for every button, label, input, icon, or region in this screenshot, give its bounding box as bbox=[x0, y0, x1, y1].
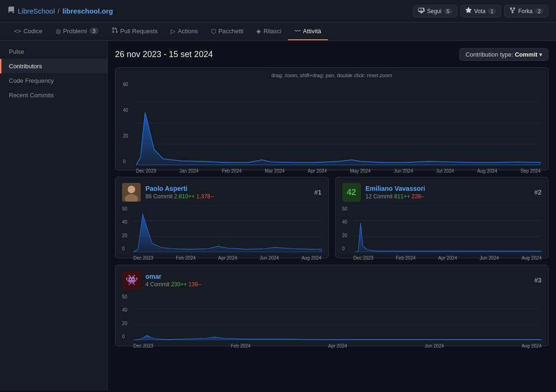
main-x-labels: Dec 2023 Jan 2024 Feb 2024 Mar 2024 Apr … bbox=[136, 168, 541, 174]
tab-attivita[interactable]: 〰 Attività bbox=[288, 23, 328, 40]
contributor-info-1: Paolo Asperti 86 Commit 2.810++ 1.378-- bbox=[122, 183, 214, 202]
contributor-name-1[interactable]: Paolo Asperti bbox=[145, 185, 214, 192]
mini-chart-1: 50 40 20 0 bbox=[122, 205, 322, 252]
contributor-name-3[interactable]: omar bbox=[145, 273, 202, 280]
sidebar-item-pulse[interactable]: Pulse bbox=[0, 44, 107, 59]
fork-count: 2 bbox=[535, 8, 543, 14]
contributor-card-2: 42 Emiliano Vavassori 12 Commit 811++ 22… bbox=[335, 177, 549, 258]
repo-title: LibreSchool / libreschool.org bbox=[7, 7, 113, 16]
tab-pullreq[interactable]: Pull Requests bbox=[105, 22, 164, 40]
star-label: Vota bbox=[474, 8, 485, 15]
sidebar-item-code-frequency[interactable]: Code Frequency bbox=[0, 73, 107, 88]
avatar-2: 42 bbox=[342, 183, 361, 202]
sidebar-item-recent-commits[interactable]: Recent Commits bbox=[0, 88, 107, 102]
mini-y-labels-3: 50 40 20 0 bbox=[122, 293, 127, 340]
chevron-down-icon: ▾ bbox=[539, 51, 542, 58]
content-header: 26 nov 2023 - 15 set 2024 Contribution t… bbox=[115, 48, 549, 61]
rank-badge-1: #1 bbox=[314, 189, 322, 196]
contributor-header-2: 42 Emiliano Vavassori 12 Commit 811++ 22… bbox=[342, 183, 542, 202]
issues-badge: 3 bbox=[89, 28, 99, 34]
mini-y-labels-1: 50 40 20 0 bbox=[122, 205, 127, 252]
contributor-additions-1: 2.810++ bbox=[174, 193, 195, 200]
watch-label: Segui bbox=[427, 8, 441, 15]
contributor-card-3: 👾 omar 4 Commit 230++ 139-- #3 bbox=[115, 265, 549, 346]
contributor-additions-2: 811++ bbox=[394, 193, 410, 200]
contribution-type-button[interactable]: Contribution type: Commit ▾ bbox=[459, 48, 549, 61]
mini-x-labels-2: Dec 2023 Feb 2024 Apr 2024 Jun 2024 Aug … bbox=[354, 255, 542, 261]
main-chart-area[interactable]: 60 40 20 0 bbox=[123, 81, 541, 165]
rss-icon bbox=[418, 7, 425, 15]
avatar-3: 👾 bbox=[122, 271, 141, 290]
contributor-header-3: 👾 omar 4 Commit 230++ 139-- #3 bbox=[122, 271, 542, 290]
contributor-details-3: omar 4 Commit 230++ 139-- bbox=[145, 273, 202, 288]
contributor-deletions-2: 228-- bbox=[412, 193, 425, 200]
topbar-actions: Segui 5 Vota 1 Forka 2 bbox=[413, 5, 549, 17]
watch-count: 5 bbox=[444, 8, 452, 14]
date-range: 26 nov 2023 - 15 set 2024 bbox=[115, 50, 213, 59]
repo-icon bbox=[7, 7, 15, 16]
contributor-info-3: 👾 omar 4 Commit 230++ 139-- bbox=[122, 271, 202, 290]
tab-pacchetti[interactable]: ⬡ Pacchetti bbox=[204, 23, 250, 40]
topbar: LibreSchool / libreschool.org Segui 5 Vo… bbox=[0, 0, 556, 22]
mini-x-labels-1: Dec 2023 Feb 2024 Apr 2024 Jun 2024 Aug … bbox=[133, 255, 322, 261]
repo-name[interactable]: libreschool.org bbox=[62, 7, 113, 15]
sidebar-item-contributors[interactable]: Contributors bbox=[0, 59, 107, 73]
chart-hint: drag: zoom, shift+drag: pan, double clic… bbox=[123, 73, 541, 78]
contribution-value: Commit bbox=[515, 51, 537, 58]
org-name[interactable]: LibreSchool bbox=[18, 7, 55, 15]
contributor-stats-2: 12 Commit 811++ 228-- bbox=[366, 193, 426, 200]
svg-point-6 bbox=[128, 186, 135, 193]
rank-badge-2: #2 bbox=[534, 189, 542, 196]
tab-actions[interactable]: ▷ Actions bbox=[164, 23, 204, 40]
mini-y-labels-2: 50 40 20 0 bbox=[342, 205, 347, 252]
rank-badge-3: #3 bbox=[534, 276, 542, 284]
fork-label: Forka bbox=[518, 8, 533, 15]
sidebar: Pulse Contributors Code Frequency Recent… bbox=[0, 41, 108, 391]
contributor-details-2: Emiliano Vavassori 12 Commit 811++ 228-- bbox=[366, 185, 426, 200]
content-area: 26 nov 2023 - 15 set 2024 Contribution t… bbox=[108, 41, 556, 391]
contributor-stats-3: 4 Commit 230++ 139-- bbox=[145, 281, 202, 288]
contributor-name-2[interactable]: Emiliano Vavassori bbox=[366, 185, 426, 192]
contributor-deletions-1: 1.378-- bbox=[196, 193, 214, 200]
tab-codice[interactable]: <> Codice bbox=[7, 23, 49, 40]
packages-icon: ⬡ bbox=[211, 28, 216, 35]
main-chart-svg bbox=[136, 81, 541, 165]
contributor-deletions-3: 139-- bbox=[188, 281, 202, 288]
watch-button[interactable]: Segui 5 bbox=[413, 5, 457, 17]
contributor-card-1: Paolo Asperti 86 Commit 2.810++ 1.378-- … bbox=[115, 177, 329, 258]
releases-icon: ◈ bbox=[256, 28, 261, 35]
contributor-additions-3: 230++ bbox=[171, 281, 187, 288]
contributor-details-1: Paolo Asperti 86 Commit 2.810++ 1.378-- bbox=[145, 185, 214, 200]
avatar-1 bbox=[122, 183, 141, 202]
main-y-labels: 60 40 20 0 bbox=[123, 81, 128, 165]
issues-icon: ◎ bbox=[56, 28, 61, 35]
nav-tabs: <> Codice ◎ Problemi 3 Pull Requests ▷ A… bbox=[0, 22, 556, 41]
tab-rilasci[interactable]: ◈ Rilasci bbox=[250, 23, 288, 40]
contributors-grid: Paolo Asperti 86 Commit 2.810++ 1.378-- … bbox=[115, 177, 549, 346]
contributor-header-1: Paolo Asperti 86 Commit 2.810++ 1.378-- … bbox=[122, 183, 322, 202]
pr-icon bbox=[112, 27, 118, 35]
actions-icon: ▷ bbox=[171, 28, 175, 35]
tab-problemi[interactable]: ◎ Problemi 3 bbox=[49, 23, 105, 40]
contributor-stats-1: 86 Commit 2.810++ 1.378-- bbox=[145, 193, 214, 200]
main-chart-box: drag: zoom, shift+drag: pan, double clic… bbox=[115, 67, 549, 170]
fork-button[interactable]: Forka 2 bbox=[504, 5, 549, 17]
mini-chart-2: 50 40 20 0 bbox=[342, 205, 542, 252]
star-count: 1 bbox=[488, 8, 496, 14]
contribution-label: Contribution type: bbox=[465, 51, 513, 58]
main-layout: Pulse Contributors Code Frequency Recent… bbox=[0, 41, 556, 391]
star-button[interactable]: Vota 1 bbox=[460, 5, 501, 17]
mini-chart-3: 50 40 20 0 bbox=[122, 293, 542, 340]
star-icon bbox=[465, 7, 472, 15]
activity-icon: 〰 bbox=[295, 28, 301, 35]
code-icon: <> bbox=[14, 28, 21, 35]
mini-x-labels-3: Dec 2023 Feb 2024 Apr 2024 Jun 2024 Aug … bbox=[133, 343, 542, 348]
contributor-info-2: 42 Emiliano Vavassori 12 Commit 811++ 22… bbox=[342, 183, 426, 202]
fork-icon bbox=[509, 7, 516, 15]
separator: / bbox=[58, 7, 59, 15]
